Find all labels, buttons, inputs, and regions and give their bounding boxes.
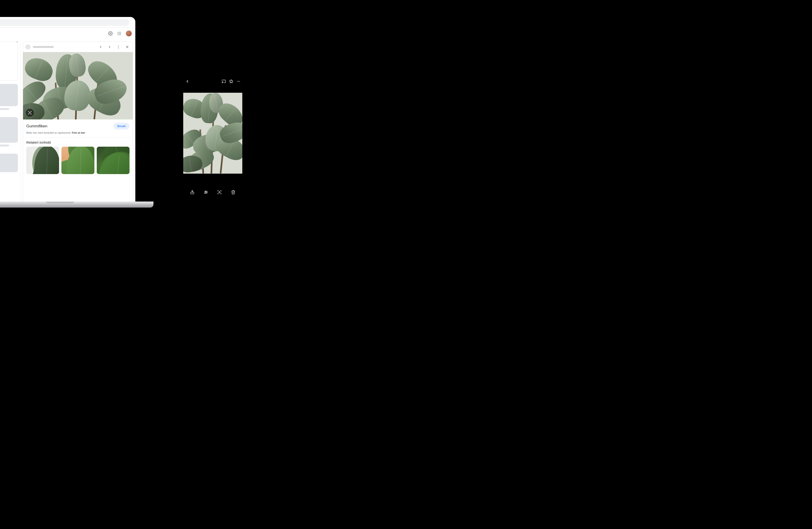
result-thumb[interactable]: [0, 117, 18, 149]
laptop-bezel: Gummifiken Besøk Bilder kan være beskytt…: [0, 13, 140, 203]
browser-omnibox[interactable]: [0, 19, 129, 26]
placeholder-line: [0, 145, 9, 146]
copyright-notice: Bilder kan være beskyttet av opphavsrett…: [23, 130, 133, 137]
result-thumb[interactable]: [0, 153, 18, 172]
copyright-text: Bilder kan være beskyttet av opphavsrett…: [26, 131, 71, 134]
placeholder-line: [0, 108, 9, 110]
detail-panel-column: Gummifiken Besøk Bilder kan være beskytt…: [20, 39, 135, 203]
svg-point-16: [222, 83, 222, 83]
svg-point-7: [118, 34, 118, 35]
svg-point-27: [205, 193, 205, 194]
related-section: Relatert innhold: [23, 137, 133, 174]
source-name-placeholder: [33, 46, 54, 48]
more-options-icon[interactable]: [236, 79, 241, 84]
phone-bottombar: [183, 188, 242, 197]
share-icon[interactable]: [189, 189, 195, 195]
apps-grid-icon[interactable]: [117, 31, 122, 36]
svg-point-9: [120, 34, 121, 35]
lens-icon[interactable]: [26, 109, 34, 117]
laptop-base: [0, 202, 154, 208]
cast-icon[interactable]: [221, 79, 226, 84]
result-card[interactable]: [0, 41, 18, 80]
svg-point-6: [120, 33, 121, 34]
svg-point-8: [119, 34, 120, 35]
svg-point-15: [29, 112, 30, 113]
svg-point-1: [118, 32, 118, 32]
phone-photo[interactable]: [183, 93, 242, 174]
browser-topbar: [0, 28, 135, 39]
tune-icon[interactable]: [203, 189, 209, 195]
svg-point-28: [219, 192, 220, 193]
visit-button[interactable]: Besøk: [114, 123, 130, 130]
detail-panel: Gummifiken Besøk Bilder kan være beskytt…: [23, 42, 133, 203]
more-options-icon[interactable]: [115, 44, 121, 50]
browser-screen: Gummifiken Besøk Bilder kan være beskytt…: [0, 17, 135, 203]
svg-marker-17: [230, 80, 233, 83]
next-image-button[interactable]: [106, 44, 113, 50]
svg-point-23: [205, 191, 206, 192]
results-column: [0, 39, 20, 203]
browser-omnibox-row: [0, 17, 135, 28]
result-thumb[interactable]: [0, 84, 18, 113]
svg-point-20: [239, 81, 240, 82]
plant-illustration: [23, 52, 133, 119]
image-title: Gummifiken: [26, 124, 47, 129]
trash-icon[interactable]: [230, 189, 236, 195]
related-thumb[interactable]: [26, 147, 59, 174]
content-row: Gummifiken Besøk Bilder kan være beskytt…: [0, 39, 135, 203]
svg-point-18: [237, 81, 238, 82]
star-icon[interactable]: [229, 79, 233, 84]
detail-panel-header: [23, 42, 133, 52]
phone-mockup: [183, 78, 242, 199]
back-icon[interactable]: [185, 79, 190, 84]
svg-point-25: [206, 192, 207, 192]
svg-point-19: [238, 81, 239, 82]
profile-avatar[interactable]: [126, 30, 132, 37]
svg-point-5: [119, 33, 120, 34]
settings-icon[interactable]: [108, 31, 113, 36]
source-avatar: [25, 44, 30, 49]
related-heading: Relatert innhold: [26, 141, 130, 144]
laptop-mockup: Gummifiken Besøk Bilder kan være beskytt…: [0, 13, 140, 203]
previous-image-button[interactable]: [98, 44, 104, 50]
related-thumb[interactable]: [61, 147, 94, 174]
svg-point-12: [118, 48, 119, 48]
close-icon[interactable]: [124, 44, 130, 50]
svg-point-3: [120, 32, 121, 32]
svg-point-11: [118, 47, 119, 47]
lens-icon[interactable]: [217, 189, 222, 195]
main-image[interactable]: [23, 52, 133, 119]
copyright-link[interactable]: Finn ut mer: [72, 131, 85, 134]
svg-point-4: [118, 33, 118, 34]
image-meta-row: Gummifiken Besøk: [23, 119, 133, 130]
svg-point-2: [119, 32, 120, 32]
related-thumb[interactable]: [97, 147, 130, 174]
overflow-dot: [16, 41, 18, 43]
svg-point-10: [118, 45, 119, 46]
svg-point-0: [110, 33, 111, 34]
phone-topbar: [183, 78, 242, 85]
plant-illustration: [183, 93, 242, 174]
